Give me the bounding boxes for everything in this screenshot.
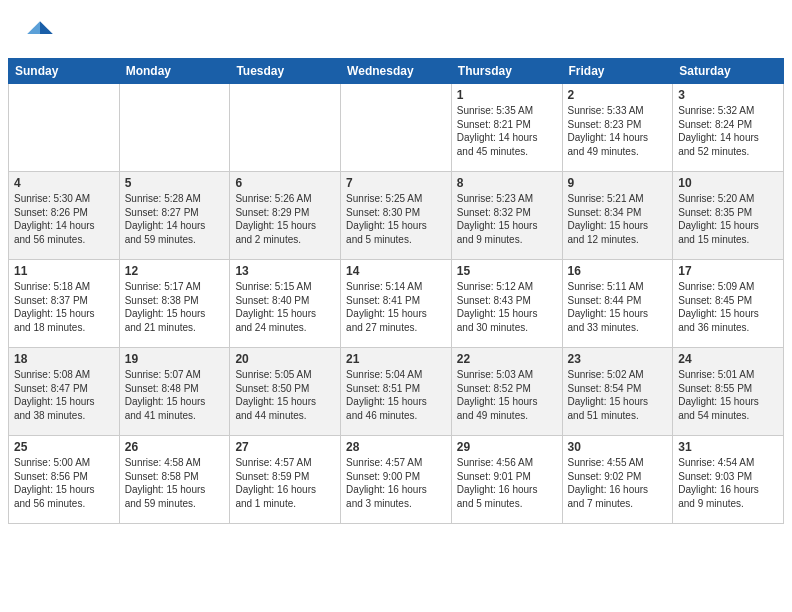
calendar-body: 1Sunrise: 5:35 AM Sunset: 8:21 PM Daylig… [9,84,784,524]
calendar-day-cell: 24Sunrise: 5:01 AM Sunset: 8:55 PM Dayli… [673,348,784,436]
calendar-day-cell: 31Sunrise: 4:54 AM Sunset: 9:03 PM Dayli… [673,436,784,524]
day-info: Sunrise: 5:03 AM Sunset: 8:52 PM Dayligh… [457,368,557,422]
day-info: Sunrise: 4:57 AM Sunset: 9:00 PM Dayligh… [346,456,446,510]
calendar-day-cell: 13Sunrise: 5:15 AM Sunset: 8:40 PM Dayli… [230,260,341,348]
day-info: Sunrise: 5:28 AM Sunset: 8:27 PM Dayligh… [125,192,225,246]
day-info: Sunrise: 5:04 AM Sunset: 8:51 PM Dayligh… [346,368,446,422]
calendar-day-cell: 26Sunrise: 4:58 AM Sunset: 8:58 PM Dayli… [119,436,230,524]
logo [24,18,60,50]
day-info: Sunrise: 5:33 AM Sunset: 8:23 PM Dayligh… [568,104,668,158]
day-number: 30 [568,440,668,454]
calendar-day-cell: 17Sunrise: 5:09 AM Sunset: 8:45 PM Dayli… [673,260,784,348]
day-number: 21 [346,352,446,366]
day-number: 18 [14,352,114,366]
day-number: 5 [125,176,225,190]
calendar-day-cell: 6Sunrise: 5:26 AM Sunset: 8:29 PM Daylig… [230,172,341,260]
day-info: Sunrise: 5:05 AM Sunset: 8:50 PM Dayligh… [235,368,335,422]
day-number: 23 [568,352,668,366]
day-info: Sunrise: 5:20 AM Sunset: 8:35 PM Dayligh… [678,192,778,246]
day-info: Sunrise: 5:01 AM Sunset: 8:55 PM Dayligh… [678,368,778,422]
day-number: 22 [457,352,557,366]
calendar-day-cell: 12Sunrise: 5:17 AM Sunset: 8:38 PM Dayli… [119,260,230,348]
day-info: Sunrise: 5:32 AM Sunset: 8:24 PM Dayligh… [678,104,778,158]
day-number: 19 [125,352,225,366]
calendar-day-cell [341,84,452,172]
calendar-day-cell: 16Sunrise: 5:11 AM Sunset: 8:44 PM Dayli… [562,260,673,348]
calendar-day-cell: 22Sunrise: 5:03 AM Sunset: 8:52 PM Dayli… [451,348,562,436]
day-info: Sunrise: 5:07 AM Sunset: 8:48 PM Dayligh… [125,368,225,422]
calendar-day-cell: 30Sunrise: 4:55 AM Sunset: 9:02 PM Dayli… [562,436,673,524]
day-info: Sunrise: 5:25 AM Sunset: 8:30 PM Dayligh… [346,192,446,246]
day-number: 24 [678,352,778,366]
day-number: 15 [457,264,557,278]
calendar-day-cell: 28Sunrise: 4:57 AM Sunset: 9:00 PM Dayli… [341,436,452,524]
calendar-day-cell: 5Sunrise: 5:28 AM Sunset: 8:27 PM Daylig… [119,172,230,260]
calendar-table: SundayMondayTuesdayWednesdayThursdayFrid… [8,58,784,524]
svg-marker-1 [27,21,40,34]
calendar-day-cell: 2Sunrise: 5:33 AM Sunset: 8:23 PM Daylig… [562,84,673,172]
day-of-week-header: Friday [562,59,673,84]
day-info: Sunrise: 5:17 AM Sunset: 8:38 PM Dayligh… [125,280,225,334]
day-number: 4 [14,176,114,190]
calendar-week-row: 18Sunrise: 5:08 AM Sunset: 8:47 PM Dayli… [9,348,784,436]
day-info: Sunrise: 5:12 AM Sunset: 8:43 PM Dayligh… [457,280,557,334]
day-number: 27 [235,440,335,454]
day-number: 10 [678,176,778,190]
day-number: 26 [125,440,225,454]
calendar-day-cell: 4Sunrise: 5:30 AM Sunset: 8:26 PM Daylig… [9,172,120,260]
day-info: Sunrise: 5:23 AM Sunset: 8:32 PM Dayligh… [457,192,557,246]
day-info: Sunrise: 5:30 AM Sunset: 8:26 PM Dayligh… [14,192,114,246]
day-info: Sunrise: 5:15 AM Sunset: 8:40 PM Dayligh… [235,280,335,334]
day-info: Sunrise: 5:00 AM Sunset: 8:56 PM Dayligh… [14,456,114,510]
day-number: 14 [346,264,446,278]
day-info: Sunrise: 5:18 AM Sunset: 8:37 PM Dayligh… [14,280,114,334]
calendar-header: SundayMondayTuesdayWednesdayThursdayFrid… [9,59,784,84]
logo-icon [24,18,56,50]
day-info: Sunrise: 5:02 AM Sunset: 8:54 PM Dayligh… [568,368,668,422]
day-info: Sunrise: 5:09 AM Sunset: 8:45 PM Dayligh… [678,280,778,334]
calendar-week-row: 4Sunrise: 5:30 AM Sunset: 8:26 PM Daylig… [9,172,784,260]
svg-marker-0 [40,21,53,34]
calendar-day-cell: 27Sunrise: 4:57 AM Sunset: 8:59 PM Dayli… [230,436,341,524]
day-info: Sunrise: 4:54 AM Sunset: 9:03 PM Dayligh… [678,456,778,510]
calendar-day-cell: 23Sunrise: 5:02 AM Sunset: 8:54 PM Dayli… [562,348,673,436]
day-number: 20 [235,352,335,366]
day-number: 29 [457,440,557,454]
day-number: 1 [457,88,557,102]
day-of-week-header: Sunday [9,59,120,84]
calendar-week-row: 25Sunrise: 5:00 AM Sunset: 8:56 PM Dayli… [9,436,784,524]
day-number: 25 [14,440,114,454]
day-of-week-header: Monday [119,59,230,84]
day-info: Sunrise: 4:57 AM Sunset: 8:59 PM Dayligh… [235,456,335,510]
calendar-day-cell: 14Sunrise: 5:14 AM Sunset: 8:41 PM Dayli… [341,260,452,348]
calendar-day-cell: 10Sunrise: 5:20 AM Sunset: 8:35 PM Dayli… [673,172,784,260]
calendar-day-cell: 9Sunrise: 5:21 AM Sunset: 8:34 PM Daylig… [562,172,673,260]
day-of-week-header: Tuesday [230,59,341,84]
calendar-day-cell: 8Sunrise: 5:23 AM Sunset: 8:32 PM Daylig… [451,172,562,260]
day-of-week-header: Saturday [673,59,784,84]
calendar-week-row: 11Sunrise: 5:18 AM Sunset: 8:37 PM Dayli… [9,260,784,348]
day-info: Sunrise: 5:35 AM Sunset: 8:21 PM Dayligh… [457,104,557,158]
calendar-day-cell: 19Sunrise: 5:07 AM Sunset: 8:48 PM Dayli… [119,348,230,436]
header-row: SundayMondayTuesdayWednesdayThursdayFrid… [9,59,784,84]
page-header [0,0,792,58]
day-of-week-header: Thursday [451,59,562,84]
calendar-day-cell [119,84,230,172]
day-number: 11 [14,264,114,278]
day-number: 6 [235,176,335,190]
day-number: 28 [346,440,446,454]
calendar-wrapper: SundayMondayTuesdayWednesdayThursdayFrid… [0,58,792,532]
day-info: Sunrise: 5:26 AM Sunset: 8:29 PM Dayligh… [235,192,335,246]
calendar-day-cell: 3Sunrise: 5:32 AM Sunset: 8:24 PM Daylig… [673,84,784,172]
calendar-day-cell: 11Sunrise: 5:18 AM Sunset: 8:37 PM Dayli… [9,260,120,348]
calendar-day-cell [230,84,341,172]
day-number: 31 [678,440,778,454]
day-info: Sunrise: 4:58 AM Sunset: 8:58 PM Dayligh… [125,456,225,510]
calendar-day-cell: 18Sunrise: 5:08 AM Sunset: 8:47 PM Dayli… [9,348,120,436]
day-info: Sunrise: 5:14 AM Sunset: 8:41 PM Dayligh… [346,280,446,334]
day-of-week-header: Wednesday [341,59,452,84]
day-info: Sunrise: 5:21 AM Sunset: 8:34 PM Dayligh… [568,192,668,246]
day-info: Sunrise: 4:55 AM Sunset: 9:02 PM Dayligh… [568,456,668,510]
calendar-day-cell: 20Sunrise: 5:05 AM Sunset: 8:50 PM Dayli… [230,348,341,436]
day-number: 16 [568,264,668,278]
